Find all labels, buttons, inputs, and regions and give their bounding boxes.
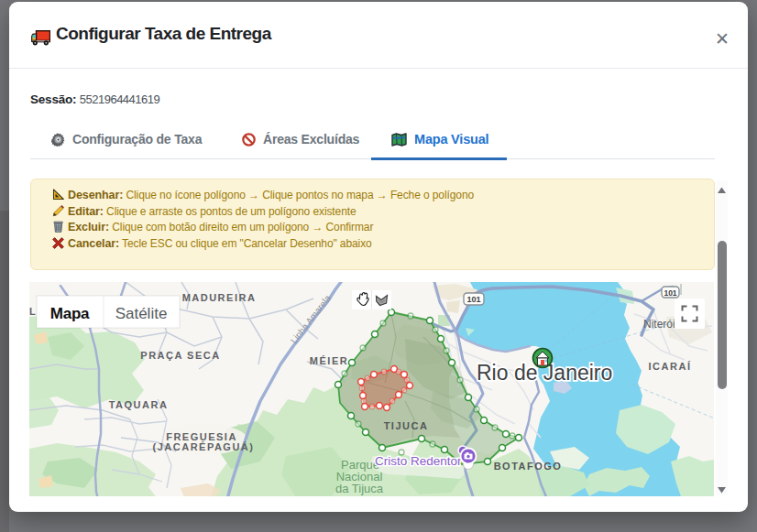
svg-text:Satélite: Satélite bbox=[115, 305, 168, 322]
svg-text:101: 101 bbox=[466, 295, 480, 304]
svg-text:MÉIER: MÉIER bbox=[310, 355, 348, 366]
svg-text:TAQUARA: TAQUARA bbox=[109, 399, 169, 410]
svg-text:101: 101 bbox=[664, 288, 676, 298]
svg-text:(JACARÉPAGUÁ): (JACARÉPAGUÁ) bbox=[153, 441, 255, 452]
svg-text:ICARAÍ: ICARAÍ bbox=[649, 361, 692, 372]
svg-text:Cristo Redentor: Cristo Redentor bbox=[375, 454, 462, 468]
svg-text:PRAÇA SECA: PRAÇA SECA bbox=[140, 350, 220, 361]
svg-text:TIJUCA: TIJUCA bbox=[384, 420, 429, 431]
svg-text:da Tijuca: da Tijuca bbox=[335, 482, 384, 495]
svg-text:MADUREIRA: MADUREIRA bbox=[182, 292, 257, 303]
svg-text:Mapa: Mapa bbox=[50, 305, 90, 322]
svg-text:BOTAFOGO: BOTAFOGO bbox=[494, 461, 563, 472]
svg-text:Niterói: Niterói bbox=[643, 318, 675, 331]
